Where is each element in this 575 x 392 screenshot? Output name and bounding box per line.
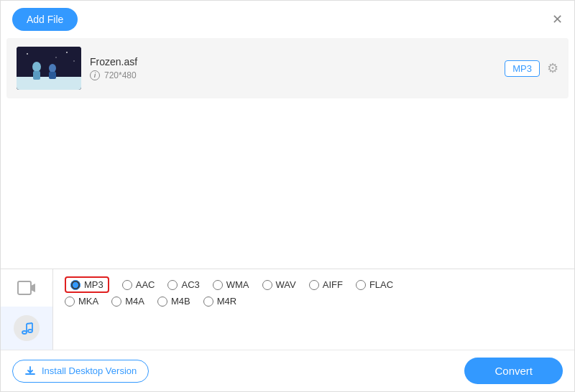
- format-label-aac: AAC: [136, 279, 155, 290]
- svg-rect-1: [17, 77, 81, 90]
- format-panel: MP3 AAC AC3 WMA WAV: [1, 269, 574, 350]
- add-file-button[interactable]: Add File: [12, 8, 78, 31]
- file-actions: MP3 ⚙: [505, 60, 558, 77]
- format-label-mp3: MP3: [84, 279, 104, 290]
- format-row-1: MP3 AAC AC3 WMA WAV: [65, 276, 563, 293]
- file-name: Frozen.asf: [90, 56, 496, 67]
- format-label-m4a: M4A: [125, 296, 144, 307]
- format-label-flac: FLAC: [369, 279, 393, 290]
- format-radio-mka[interactable]: [65, 297, 75, 307]
- file-info: Frozen.asf i 720*480: [90, 56, 496, 80]
- format-radio-mp3[interactable]: [70, 280, 80, 290]
- bottom-panel: MP3 AAC AC3 WMA WAV: [1, 269, 574, 391]
- video-icon: [17, 278, 37, 298]
- download-icon: [24, 365, 36, 377]
- audio-icon: [19, 321, 34, 335]
- file-thumbnail: [17, 47, 81, 90]
- svg-point-7: [66, 52, 68, 53]
- format-label-wav: WAV: [276, 279, 296, 290]
- format-radio-ac3[interactable]: [167, 280, 178, 290]
- svg-point-6: [27, 53, 28, 55]
- svg-rect-5: [49, 72, 56, 79]
- format-label-m4b: M4B: [171, 296, 190, 307]
- svg-point-12: [22, 331, 27, 334]
- format-radio-m4b[interactable]: [157, 297, 167, 307]
- convert-button[interactable]: Convert: [464, 358, 563, 384]
- top-bar: Add File ✕: [1, 1, 574, 38]
- install-button[interactable]: Install Desktop Version: [12, 360, 149, 383]
- svg-point-8: [55, 57, 57, 58]
- install-label: Install Desktop Version: [42, 365, 137, 376]
- format-radio-wav[interactable]: [262, 280, 272, 290]
- audio-icon-bg: [14, 315, 40, 341]
- format-badge-button[interactable]: MP3: [505, 60, 540, 77]
- format-label-ac3: AC3: [181, 279, 199, 290]
- format-radio-aiff[interactable]: [309, 280, 319, 290]
- format-radio-m4r[interactable]: [203, 297, 213, 307]
- format-radio-aac[interactable]: [122, 280, 132, 290]
- format-row-2: MKA M4A M4B M4R: [65, 296, 563, 307]
- format-radio-wma[interactable]: [213, 280, 223, 290]
- format-option-mp3[interactable]: MP3: [65, 276, 109, 293]
- format-label-mka: MKA: [78, 296, 98, 307]
- format-option-ac3[interactable]: AC3: [167, 279, 199, 290]
- video-tab[interactable]: [1, 269, 52, 307]
- file-list-item: Frozen.asf i 720*480 MP3 ⚙: [6, 38, 569, 98]
- format-option-mka[interactable]: MKA: [65, 296, 98, 307]
- info-icon: i: [90, 70, 100, 80]
- file-resolution: 720*480: [104, 70, 137, 80]
- format-radio-flac[interactable]: [356, 280, 366, 290]
- svg-point-2: [32, 62, 41, 72]
- format-label-m4r: M4R: [217, 296, 236, 307]
- format-option-flac[interactable]: FLAC: [356, 279, 393, 290]
- media-type-tabs: [1, 269, 53, 350]
- close-button[interactable]: ✕: [552, 13, 563, 26]
- svg-rect-10: [18, 281, 31, 294]
- format-option-wma[interactable]: WMA: [213, 279, 249, 290]
- format-option-aac[interactable]: AAC: [122, 279, 155, 290]
- svg-point-4: [49, 64, 56, 73]
- format-option-aiff[interactable]: AIFF: [309, 279, 343, 290]
- format-label-wma: WMA: [226, 279, 249, 290]
- format-option-m4a[interactable]: M4A: [111, 296, 144, 307]
- svg-point-9: [73, 60, 75, 62]
- file-meta: i 720*480: [90, 70, 496, 80]
- svg-point-13: [28, 330, 32, 332]
- format-option-m4r[interactable]: M4R: [203, 296, 236, 307]
- svg-rect-3: [33, 71, 40, 80]
- format-option-wav[interactable]: WAV: [262, 279, 296, 290]
- content-area: [1, 98, 574, 242]
- action-bar: Install Desktop Version Convert: [1, 350, 574, 391]
- format-radio-m4a[interactable]: [111, 297, 121, 307]
- settings-button[interactable]: ⚙: [547, 60, 558, 76]
- format-options: MP3 AAC AC3 WMA WAV: [53, 269, 574, 350]
- format-option-m4b[interactable]: M4B: [157, 296, 190, 307]
- format-label-aiff: AIFF: [323, 279, 343, 290]
- svg-line-16: [27, 323, 32, 324]
- audio-tab[interactable]: [1, 307, 52, 350]
